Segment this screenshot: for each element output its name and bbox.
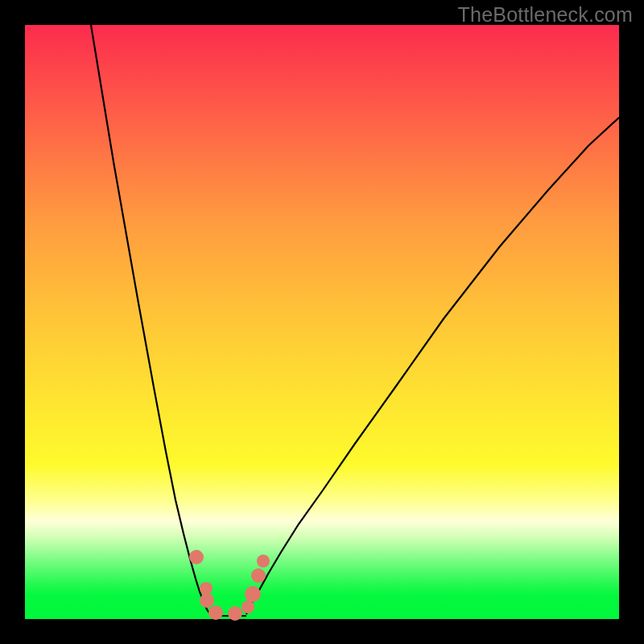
data-marker bbox=[242, 601, 254, 613]
data-marker bbox=[245, 586, 261, 602]
data-marker bbox=[257, 555, 270, 568]
data-marker bbox=[228, 606, 242, 621]
curve-right-branch bbox=[246, 118, 619, 614]
data-marker bbox=[208, 605, 223, 620]
outer-frame: TheBottleneck.com bbox=[0, 0, 644, 644]
curve-left-branch bbox=[91, 25, 210, 614]
data-marker bbox=[251, 568, 266, 583]
bottleneck-curve bbox=[25, 25, 619, 619]
data-marker bbox=[189, 550, 204, 564]
plot-area bbox=[25, 25, 619, 619]
watermark-text: TheBottleneck.com bbox=[458, 3, 633, 27]
